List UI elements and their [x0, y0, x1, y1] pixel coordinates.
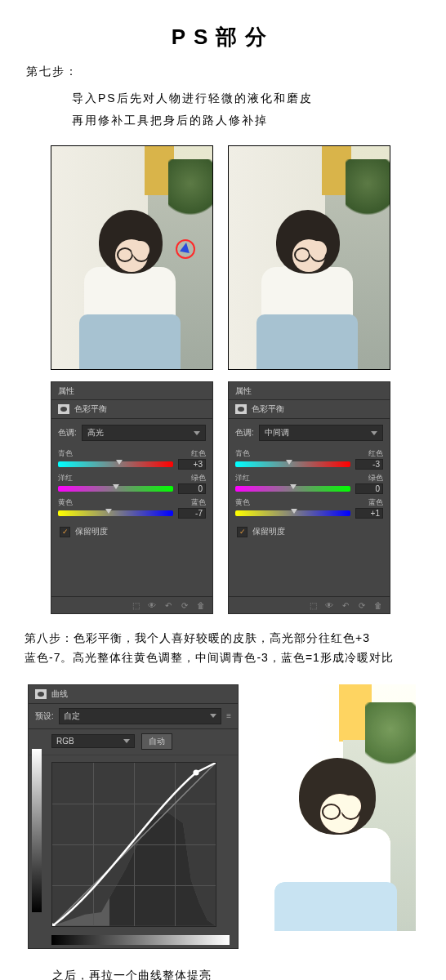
- undo-icon[interactable]: ↶: [162, 599, 175, 611]
- cyan-red-value[interactable]: -3: [355, 459, 383, 470]
- magenta-green-value[interactable]: 0: [178, 483, 206, 494]
- final-line: 之后，再拉一个曲线整体提亮: [0, 949, 446, 980]
- step7-line2: 再用修补工具把身后的路人修补掉: [72, 109, 446, 131]
- before-photo: [51, 145, 213, 370]
- channel-select[interactable]: RGB: [51, 734, 135, 748]
- tone-select[interactable]: 中间调: [259, 425, 383, 441]
- chevron-down-icon: [194, 431, 200, 435]
- eye-icon[interactable]: 👁: [145, 599, 158, 611]
- adjustment-name: 色彩平衡: [74, 403, 107, 415]
- cyan-red-slider[interactable]: [58, 461, 173, 467]
- color-balance-panel-highlights: 属性 色彩平衡 色调: 高光 青色红色 +3 洋红绿色 0: [51, 381, 213, 614]
- chevron-down-icon: [371, 431, 377, 435]
- output-gradient: [32, 749, 42, 912]
- yellow-blue-value[interactable]: +1: [355, 508, 383, 519]
- step7-label: 第七步：: [0, 65, 446, 87]
- adjustment-icon: [35, 689, 47, 699]
- magenta-green-slider[interactable]: [58, 486, 173, 492]
- tone-label: 色调:: [235, 427, 254, 439]
- preserve-luminosity-label: 保留明度: [252, 526, 285, 537]
- cyan-red-value[interactable]: +3: [178, 459, 206, 470]
- adjustment-name: 色彩平衡: [252, 403, 284, 415]
- preset-label: 预设:: [35, 710, 54, 722]
- svg-point-1: [193, 769, 198, 775]
- reset-icon[interactable]: ⟳: [178, 599, 191, 611]
- preserve-luminosity-checkbox[interactable]: [60, 527, 70, 537]
- auto-button[interactable]: 自动: [141, 733, 172, 750]
- cyan-red-slider[interactable]: [235, 461, 350, 467]
- panel-footer: ⬚ 👁 ↶ ⟳ 🗑: [51, 596, 212, 613]
- yellow-blue-slider[interactable]: [235, 510, 350, 516]
- preset-select[interactable]: 自定: [59, 708, 221, 724]
- step7-instructions: 导入PS后先对人物进行轻微的液化和磨皮 再用修补工具把身后的路人修补掉: [0, 87, 446, 145]
- curves-panel: 曲线 预设: 自定 ≡ RGB 自动 ✎ ✎ ✎ ∿ ✎ ✐: [28, 684, 239, 949]
- color-balance-panel-midtones: 属性 色彩平衡 色调: 中间调 青色红色 -3 洋红绿色 0: [228, 381, 390, 614]
- yellow-blue-slider[interactable]: [58, 510, 173, 516]
- yellow-blue-value[interactable]: -7: [178, 508, 206, 519]
- step8-line1: 第八步：色彩平衡，我个人喜好较暖的皮肤，高光部分往红色+3: [25, 629, 421, 648]
- trash-icon[interactable]: 🗑: [372, 599, 385, 611]
- adjustment-name: 曲线: [51, 688, 68, 700]
- pedestrian-marker-icon: [176, 239, 195, 259]
- adjustment-icon: [235, 404, 247, 414]
- undo-icon[interactable]: ↶: [339, 599, 352, 611]
- preserve-luminosity-checkbox[interactable]: [237, 527, 248, 537]
- magenta-green-slider[interactable]: [235, 486, 350, 492]
- chevron-down-icon: [123, 739, 130, 743]
- panel-header: 属性: [51, 382, 212, 400]
- clip-icon[interactable]: ⬚: [306, 599, 319, 611]
- curves-graph[interactable]: [51, 762, 216, 927]
- step8-text: 第八步：色彩平衡，我个人喜好较暖的皮肤，高光部分往红色+3 蓝色-7。高光整体往…: [0, 614, 446, 679]
- step7-line1: 导入PS后先对人物进行轻微的液化和磨皮: [72, 87, 446, 109]
- trash-icon[interactable]: 🗑: [194, 599, 207, 611]
- step8-line2: 蓝色-7。高光整体往黄色调整，中间调青色-3，蓝色=1形成冷暖对比: [25, 648, 421, 668]
- magenta-green-value[interactable]: 0: [355, 483, 383, 494]
- after-photo: [228, 145, 390, 370]
- eye-icon[interactable]: 👁: [323, 599, 336, 611]
- menu-icon[interactable]: ≡: [226, 711, 231, 720]
- tone-label: 色调:: [58, 427, 77, 439]
- input-gradient: [51, 935, 230, 945]
- page-title: PS部分: [0, 0, 446, 65]
- chevron-down-icon: [210, 714, 216, 718]
- panel-footer: ⬚ 👁 ↶ ⟳ 🗑: [229, 596, 390, 613]
- clip-icon[interactable]: ⬚: [129, 599, 142, 611]
- adjustment-icon: [58, 404, 69, 414]
- preserve-luminosity-label: 保留明度: [75, 526, 108, 537]
- panel-header: 属性: [229, 382, 390, 400]
- reset-icon[interactable]: ⟳: [355, 599, 368, 611]
- tone-select[interactable]: 高光: [82, 425, 206, 441]
- result-photo: [242, 684, 416, 931]
